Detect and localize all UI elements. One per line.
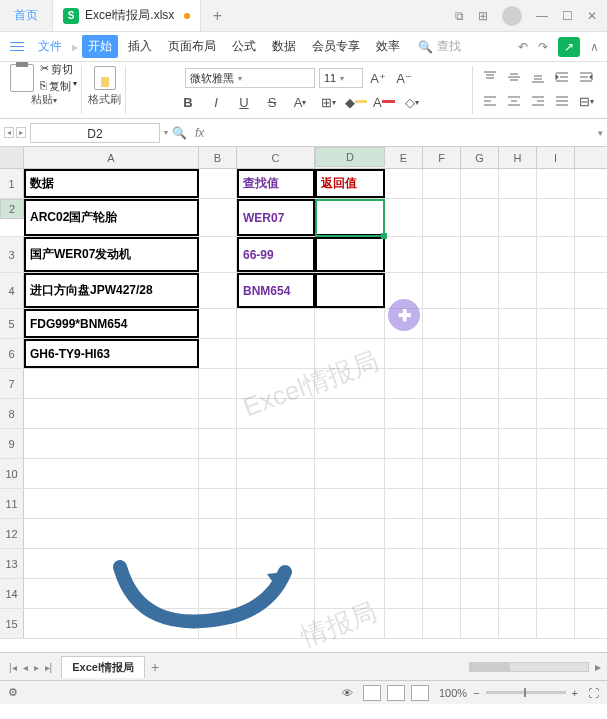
cell[interactable] <box>24 519 199 548</box>
cell[interactable] <box>499 429 537 458</box>
cell[interactable] <box>423 459 461 488</box>
settings-icon[interactable]: ⚙ <box>8 686 18 699</box>
cell[interactable] <box>423 273 461 308</box>
scroll-right-icon[interactable]: ▸ <box>595 660 601 674</box>
cell[interactable] <box>385 237 423 272</box>
cell[interactable] <box>461 369 499 398</box>
cell[interactable] <box>499 459 537 488</box>
cell[interactable] <box>315 399 385 428</box>
cell[interactable] <box>499 399 537 428</box>
tab-data[interactable]: 数据 <box>266 35 302 58</box>
cell[interactable] <box>537 429 575 458</box>
cell[interactable] <box>315 339 385 368</box>
italic-button[interactable]: I <box>205 91 227 113</box>
indent-left-icon[interactable] <box>551 66 573 88</box>
cell[interactable] <box>423 369 461 398</box>
cell[interactable] <box>385 609 423 638</box>
cell[interactable] <box>199 199 237 236</box>
zoom-slider[interactable] <box>486 691 566 694</box>
cell[interactable] <box>24 459 199 488</box>
cell[interactable] <box>499 609 537 638</box>
cell[interactable] <box>385 519 423 548</box>
cell[interactable]: WER07 <box>237 199 315 236</box>
col-header-F[interactable]: F <box>423 147 461 168</box>
align-center-icon[interactable] <box>503 90 525 112</box>
sheet-nav[interactable]: |◂◂▸▸| <box>6 660 55 674</box>
col-header-E[interactable]: E <box>385 147 423 168</box>
cell[interactable] <box>199 339 237 368</box>
border-button[interactable]: ⊞▾ <box>317 91 339 113</box>
cell[interactable] <box>537 549 575 578</box>
cell[interactable] <box>499 309 537 338</box>
normal-view-icon[interactable] <box>363 685 381 701</box>
cell[interactable] <box>24 429 199 458</box>
cell[interactable] <box>199 579 237 608</box>
cell[interactable]: BNM654 <box>237 273 315 308</box>
cut-label[interactable]: 剪切 <box>51 62 73 77</box>
cell[interactable] <box>237 399 315 428</box>
cell[interactable] <box>499 169 537 198</box>
align-bottom-icon[interactable] <box>527 66 549 88</box>
tab-formula[interactable]: 公式 <box>226 35 262 58</box>
cell[interactable] <box>537 579 575 608</box>
format-painter-label[interactable]: 格式刷 <box>88 92 121 107</box>
row-header[interactable]: 14 <box>0 579 24 608</box>
cell[interactable] <box>237 459 315 488</box>
underline-button[interactable]: U <box>233 91 255 113</box>
cell[interactable] <box>461 579 499 608</box>
col-header-I[interactable]: I <box>537 147 575 168</box>
cell[interactable]: 查找值 <box>237 169 315 198</box>
merge-button[interactable]: ⊟▾ <box>575 90 597 112</box>
cell[interactable] <box>385 459 423 488</box>
cell[interactable] <box>499 549 537 578</box>
row-header[interactable]: 13 <box>0 549 24 578</box>
col-header-A[interactable]: A <box>24 147 199 168</box>
row-header[interactable]: 4 <box>0 273 24 308</box>
document-tab[interactable]: S Excel情报局.xlsx <box>53 0 201 31</box>
minimize-button[interactable]: — <box>536 9 548 23</box>
page-view-icon[interactable] <box>387 685 405 701</box>
cell[interactable] <box>237 429 315 458</box>
fullscreen-icon[interactable]: ⛶ <box>588 687 599 699</box>
cell[interactable] <box>461 273 499 308</box>
cell[interactable] <box>199 609 237 638</box>
cell[interactable]: 国产WER07发动机 <box>24 237 199 272</box>
sheet-tab[interactable]: Excel情报局 <box>61 656 145 678</box>
align-right-icon[interactable] <box>527 90 549 112</box>
share-button[interactable]: ↗ <box>558 37 580 57</box>
cell[interactable] <box>423 579 461 608</box>
cell[interactable] <box>461 399 499 428</box>
fx-icon[interactable]: fx <box>195 126 204 140</box>
close-button[interactable]: ✕ <box>587 9 597 23</box>
name-box[interactable]: D2 <box>30 123 160 143</box>
cell[interactable] <box>199 489 237 518</box>
cell[interactable] <box>199 237 237 272</box>
cell[interactable] <box>237 369 315 398</box>
apps-icon[interactable]: ⊞ <box>478 9 488 23</box>
select-all-corner[interactable] <box>0 147 24 168</box>
row-header[interactable]: 3 <box>0 237 24 272</box>
cell[interactable] <box>423 429 461 458</box>
zoom-icon[interactable]: 🔍 <box>172 126 187 140</box>
undo-icon[interactable]: ↶ <box>518 40 528 54</box>
cell[interactable] <box>315 459 385 488</box>
cell[interactable] <box>24 579 199 608</box>
cell[interactable] <box>385 549 423 578</box>
cell[interactable] <box>537 399 575 428</box>
cell[interactable] <box>537 519 575 548</box>
cell[interactable] <box>537 609 575 638</box>
decrease-font-icon[interactable]: A⁻ <box>393 67 415 89</box>
avatar[interactable] <box>502 6 522 26</box>
cell[interactable] <box>237 519 315 548</box>
tab-start[interactable]: 开始 <box>82 35 118 58</box>
align-middle-icon[interactable] <box>503 66 525 88</box>
cell[interactable] <box>423 399 461 428</box>
cell[interactable] <box>423 237 461 272</box>
row-header[interactable]: 11 <box>0 489 24 518</box>
cell[interactable] <box>461 489 499 518</box>
maximize-button[interactable]: ☐ <box>562 9 573 23</box>
menu-icon[interactable] <box>8 38 26 56</box>
cell[interactable] <box>237 489 315 518</box>
cell[interactable] <box>237 549 315 578</box>
cell[interactable] <box>461 459 499 488</box>
